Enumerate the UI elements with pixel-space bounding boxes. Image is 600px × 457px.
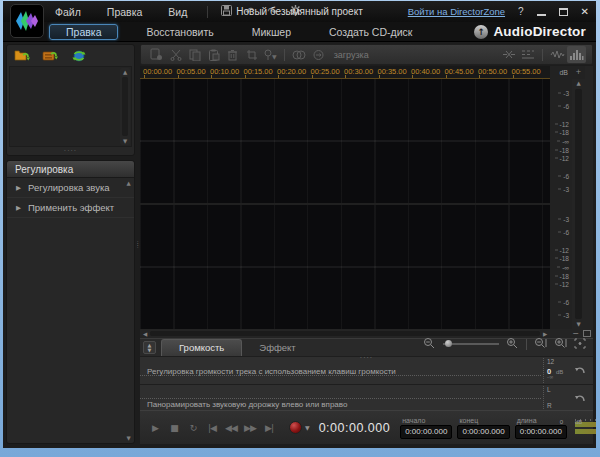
pan-reset-icon[interactable]	[574, 389, 586, 407]
scroll-up-icon[interactable]: ▲	[123, 68, 127, 76]
loop-button[interactable]: ↻	[185, 423, 201, 433]
record-import-icon[interactable]	[147, 46, 166, 63]
minimize-button[interactable]	[537, 14, 546, 16]
maximize-button[interactable]	[559, 8, 568, 16]
play-button[interactable]: ▶	[147, 423, 163, 433]
transport-bar: ▶■↻|◀◀◀▶▶▶| ▼ 0:00:00.000 начало 0:00:00…	[140, 410, 593, 444]
waveform-channels[interactable]	[140, 79, 550, 329]
scroll-down-icon[interactable]: ▼	[123, 137, 127, 145]
panel-resize-handle[interactable]: ····	[360, 356, 373, 360]
forward-button[interactable]: ▶▶	[242, 423, 258, 433]
menu-item[interactable]: Вид	[168, 6, 187, 18]
pan-keyframe-line[interactable]	[140, 398, 541, 399]
crossfade-icon[interactable]	[499, 46, 518, 63]
copy-icon[interactable]	[185, 46, 204, 63]
expand-arrow-icon: ▶	[16, 204, 21, 212]
close-button[interactable]: ✕	[581, 6, 589, 17]
titlebar-quick-icons: ↶ ↷	[207, 5, 300, 18]
vertical-scrollbar[interactable]: ▲ ▼	[572, 79, 585, 329]
time-field-value[interactable]: 0:00:00.000	[515, 425, 567, 439]
import-file-button[interactable]	[14, 49, 31, 63]
pan-track-description: Панорамировать звуковую дорожку влево ил…	[147, 400, 347, 409]
undo-icon[interactable]: ↶	[245, 6, 254, 17]
zoom-in-icon[interactable]	[506, 335, 519, 353]
transition-icon[interactable]	[290, 46, 309, 63]
mode-tab[interactable]: Правка	[49, 24, 118, 40]
zoom-region-icon[interactable]	[574, 335, 586, 353]
menu-item[interactable]: Правка	[107, 6, 142, 18]
scroll-up-icon[interactable]: ▲	[576, 79, 580, 88]
record-dropdown-icon[interactable]: ▼	[305, 424, 310, 431]
collapse-panel-button[interactable]: ▲▼	[143, 341, 156, 354]
mode-tab[interactable]: Микшер	[248, 25, 295, 39]
download-directorzone-button[interactable]	[70, 49, 87, 63]
panel-resize-handle[interactable]: ····	[7, 149, 134, 155]
cut-icon[interactable]	[166, 46, 185, 63]
time-field-value[interactable]: 0:00:00.000	[457, 425, 509, 439]
stop-button[interactable]: ■	[166, 423, 182, 433]
zoom-slider[interactable]	[443, 343, 499, 345]
mode-tab[interactable]: Создать CD-диск	[325, 25, 416, 39]
waveform-workspace: 00:00.0000:05.0000:10.0000:15.0000:20.00…	[140, 66, 593, 338]
audiodirector-window: ФайлПравкаВид ↶ ↷ Новый безымянный проек…	[3, 1, 596, 448]
snap-markers-icon[interactable]	[518, 46, 537, 63]
help-button[interactable]: ?	[518, 6, 524, 17]
marker-dropdown-icon[interactable]: ▼	[272, 53, 277, 60]
waveform-view-icon[interactable]	[548, 46, 567, 63]
app-logo-icon	[10, 4, 44, 38]
pan-keyframe-track[interactable]: Панорамировать звуковую дорожку влево ил…	[140, 384, 593, 410]
volume-keyframe-track[interactable]: ···· Регулировка громкости трека с испол…	[140, 356, 593, 384]
vertical-zoom-in-button[interactable]	[554, 335, 567, 353]
delete-icon[interactable]	[223, 46, 242, 63]
spectral-view-icon[interactable]	[567, 46, 586, 63]
adjust-panel-body: ▶ Регулировка звука ▶ Применить эффект	[7, 178, 134, 443]
time-stretch-icon[interactable]	[309, 46, 328, 63]
mode-tabs: ПравкаВосстановитьМикшерСоздать CD-диск	[49, 24, 446, 40]
scroll-up-icon[interactable]: ▲	[126, 179, 130, 187]
next-button[interactable]: ▶|	[261, 423, 277, 433]
adjust-item[interactable]: ▶ Применить эффект	[7, 198, 134, 218]
main-area: ▲ ▼ ···· Регулировка ▶	[3, 42, 596, 448]
vertical-zoom-out-button[interactable]	[534, 335, 547, 353]
trim-icon[interactable]	[242, 46, 261, 63]
time-field-value[interactable]: 0:00:00.000	[400, 425, 452, 439]
scroll-down-icon[interactable]: ▼	[576, 320, 580, 329]
channel-right[interactable]	[140, 205, 550, 329]
redo-icon[interactable]: ↷	[268, 6, 277, 17]
adjust-items: ▶ Регулировка звука ▶ Применить эффект	[7, 178, 134, 218]
settings-gear-icon[interactable]	[290, 5, 301, 18]
channel-left[interactable]	[140, 79, 550, 203]
timeline-ruler[interactable]: 00:00.0000:05.0000:10.0000:15.0000:20.00…	[140, 66, 550, 79]
save-icon[interactable]	[221, 5, 232, 18]
import-folder-button[interactable]	[42, 49, 59, 63]
volume-reset-icon[interactable]	[574, 361, 586, 379]
zoom-out-icon[interactable]	[423, 335, 436, 353]
waveform-row: -3-6-12-18-∞-18-12-6-3 -3-6-12-18-∞-18-1…	[140, 79, 593, 329]
bottom-tab[interactable]: Эффект	[242, 340, 312, 356]
db-scale-label: -6	[558, 103, 569, 110]
mode-tab[interactable]: Восстановить	[142, 25, 217, 39]
rewind-button[interactable]: ◀◀	[223, 423, 239, 433]
timeline-tick-label: 00:45.00	[445, 66, 479, 78]
adjust-item[interactable]: ▶ Регулировка звука	[7, 178, 134, 198]
scroll-track[interactable]	[122, 77, 128, 136]
scroll-down-icon[interactable]: ▼	[126, 434, 130, 442]
directorzone-link[interactable]: Войти на DirectorZone	[408, 6, 505, 17]
meter-bar-right	[575, 429, 596, 434]
vertical-zoom-in-icon[interactable]: +	[572, 66, 585, 79]
timeline-row: 00:00.0000:05.0000:10.0000:15.0000:20.00…	[140, 66, 593, 79]
library-scrollbar[interactable]: ▲ ▼	[120, 68, 130, 145]
paste-icon[interactable]	[204, 46, 223, 63]
zoom-slider-knob[interactable]	[445, 340, 452, 347]
record-button[interactable]	[289, 421, 302, 434]
volume-scale-unit: dB	[556, 368, 563, 374]
bottom-tab[interactable]: Громкость	[161, 339, 242, 356]
adjust-panel: Регулировка ▶ Регулировка звука	[6, 160, 135, 444]
db-scale-label: -18	[555, 129, 569, 136]
adjust-scrollbar[interactable]: ▲ ▼	[124, 179, 133, 442]
time-field-label: конец	[457, 416, 509, 425]
menu-item[interactable]: Файл	[55, 6, 81, 18]
media-library-list[interactable]: ▲ ▼	[9, 66, 132, 147]
scroll-left-icon[interactable]: ◀	[140, 331, 150, 337]
prev-button[interactable]: |◀	[204, 423, 220, 433]
